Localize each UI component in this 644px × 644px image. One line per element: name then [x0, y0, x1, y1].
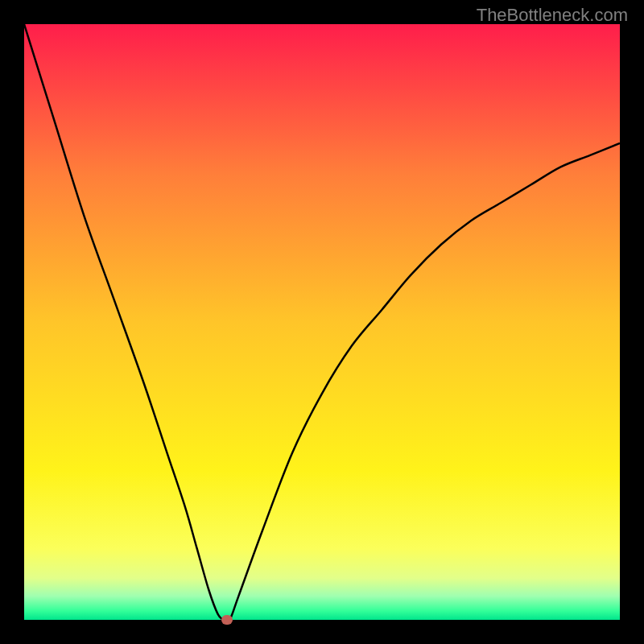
plot-area	[24, 24, 620, 620]
watermark-text: TheBottleneck.com	[477, 5, 628, 26]
optimal-point-marker	[221, 615, 233, 625]
bottleneck-curve	[24, 24, 620, 620]
chart-container: TheBottleneck.com	[0, 0, 644, 644]
